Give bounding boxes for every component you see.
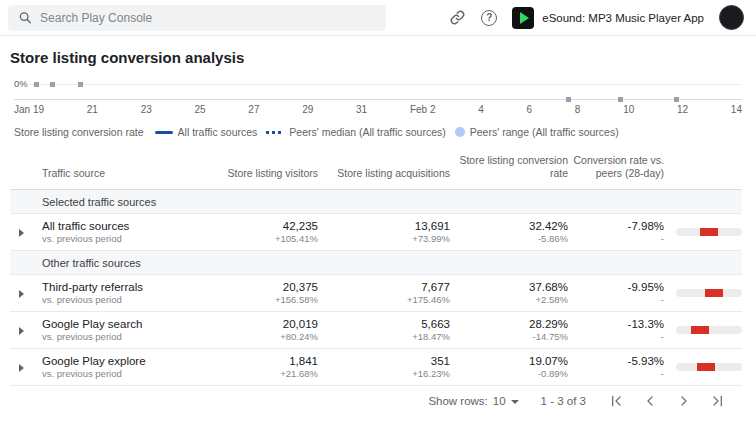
x-axis-tick-labels: Jan 19 21 23 25 27 29 31 Feb 2 4 6 8 10 … [14, 104, 742, 115]
vs-peers-sub: - [568, 294, 664, 305]
table-row-google-play-explore: Google Play explore vs. previous period … [10, 349, 742, 386]
first-page-icon[interactable] [608, 393, 624, 409]
acquisitions-change: +16.23% [318, 368, 450, 379]
solid-line-icon [155, 131, 173, 134]
acquisitions-change: +73.99% [318, 233, 450, 244]
vs-previous-period-label: vs. previous period [42, 233, 210, 244]
legend-label: Peers' range (All traffic sources) [470, 126, 619, 138]
header-visitors: Store listing visitors [210, 167, 318, 181]
x-tick: 14 [731, 104, 742, 115]
visitors-change: +156.58% [210, 294, 318, 305]
traffic-source-name: Google Play search [42, 318, 210, 330]
vs-peers-value: -5.93% [568, 355, 664, 367]
table-row-third-party-referrals: Third-party referrals vs. previous perio… [10, 275, 742, 312]
section-selected-traffic-sources: Selected traffic sources [10, 190, 742, 214]
conversion-timeline-chart: 0% Jan 19 21 23 25 27 29 31 Feb 2 4 6 8 … [0, 78, 756, 138]
page-info: 1 - 3 of 3 [541, 395, 586, 407]
legend-item-peers-range: Peers' range (All traffic sources) [455, 126, 619, 138]
visitors-change: +21.68% [210, 368, 318, 379]
peers-bar-marker [691, 326, 709, 334]
visitors-value: 42,235 [210, 220, 318, 232]
show-rows-dropdown[interactable]: Show rows: 10 [428, 395, 518, 407]
table-row-google-play-search: Google Play search vs. previous period 2… [10, 312, 742, 349]
y-axis-zero-label: 0% [14, 78, 30, 89]
acquisitions-value: 13,691 [318, 220, 450, 232]
peers-bar-marker [705, 289, 723, 297]
chart-axis-markers [14, 85, 742, 99]
expand-row-icon[interactable] [19, 229, 24, 237]
acquisitions-value: 5,663 [318, 318, 450, 330]
help-glyph: ? [481, 10, 497, 26]
x-tick: 4 [478, 104, 484, 115]
x-tick: 6 [527, 104, 533, 115]
x-tick: 10 [623, 104, 634, 115]
traffic-source-name: Google Play explore [42, 355, 210, 367]
vs-peers-value: -13.3% [568, 318, 664, 330]
link-icon[interactable] [449, 9, 466, 26]
legend-item-all-traffic: All traffic sources [155, 126, 258, 138]
search-box[interactable] [8, 5, 386, 31]
x-tick: 27 [248, 104, 259, 115]
section-other-traffic-sources: Other traffic sources [10, 251, 742, 275]
vs-peers-value: -9.95% [568, 281, 664, 293]
next-page-icon[interactable] [676, 393, 692, 409]
rate-value: 19.07% [450, 355, 568, 367]
app-name: eSound: MP3 Music Player App [542, 12, 704, 24]
visitors-change: +80.24% [210, 331, 318, 342]
rate-change: -5.86% [450, 233, 568, 244]
page-title: Store listing conversion analysis [0, 36, 756, 78]
peers-bar-marker [697, 363, 715, 371]
acquisitions-change: +18.47% [318, 331, 450, 342]
chart-legend: Store listing conversion rate All traffi… [14, 126, 742, 138]
rate-value: 37.68% [450, 281, 568, 293]
vs-peers-value: -7.98% [568, 220, 664, 232]
peers-comparison-bar [676, 289, 742, 297]
top-bar: ? eSound: MP3 Music Player App [0, 0, 756, 36]
rate-change: -0.89% [450, 368, 568, 379]
x-tick: Feb 2 [410, 104, 436, 115]
x-tick: 25 [194, 104, 205, 115]
x-tick: 31 [356, 104, 367, 115]
visitors-value: 20,375 [210, 281, 318, 293]
vs-previous-period-label: vs. previous period [42, 331, 210, 342]
visitors-change: +105.41% [210, 233, 318, 244]
account-avatar[interactable] [719, 5, 744, 30]
peers-comparison-bar [676, 228, 742, 236]
rate-change: +2.58% [450, 294, 568, 305]
search-icon [18, 10, 32, 25]
vs-peers-sub: - [568, 368, 664, 379]
vs-peers-sub: - [568, 233, 664, 244]
show-rows-value: 10 [493, 395, 506, 407]
expand-row-icon[interactable] [19, 364, 24, 372]
header-vs-peers: Conversion rate vs. peers (28-day) [568, 154, 742, 181]
x-tick: 21 [87, 104, 98, 115]
peers-bar-marker [700, 228, 718, 236]
rate-change: -14.75% [450, 331, 568, 342]
visitors-value: 1,841 [210, 355, 318, 367]
expand-row-icon[interactable] [19, 327, 24, 335]
traffic-source-name: All traffic sources [42, 220, 210, 232]
peers-comparison-bar [676, 326, 742, 334]
chevron-down-icon [511, 400, 519, 404]
legend-title: Store listing conversion rate [14, 126, 144, 138]
previous-page-icon[interactable] [642, 393, 658, 409]
expand-row-icon[interactable] [19, 290, 24, 298]
app-switcher[interactable]: eSound: MP3 Music Player App [512, 7, 704, 29]
x-tick: 23 [141, 104, 152, 115]
help-icon[interactable]: ? [481, 10, 497, 26]
legend-label: Peers' median (All traffic sources) [289, 126, 445, 138]
last-page-icon[interactable] [710, 393, 726, 409]
acquisitions-change: +175.46% [318, 294, 450, 305]
vs-peers-sub: - [568, 331, 664, 342]
x-tick: 12 [677, 104, 688, 115]
x-tick: 29 [302, 104, 313, 115]
search-input[interactable] [40, 11, 376, 25]
traffic-source-name: Third-party referrals [42, 281, 210, 293]
dotted-line-icon [266, 131, 284, 134]
legend-item-peers-median: Peers' median (All traffic sources) [266, 126, 445, 138]
header-acquisitions: Store listing acquisitions [318, 167, 450, 181]
x-tick: Jan 19 [14, 104, 44, 115]
header-traffic-source: Traffic source [42, 167, 210, 181]
header-conversion-rate: Store listing conversion rate [450, 154, 568, 181]
table-footer: Show rows: 10 1 - 3 of 3 [10, 386, 742, 409]
